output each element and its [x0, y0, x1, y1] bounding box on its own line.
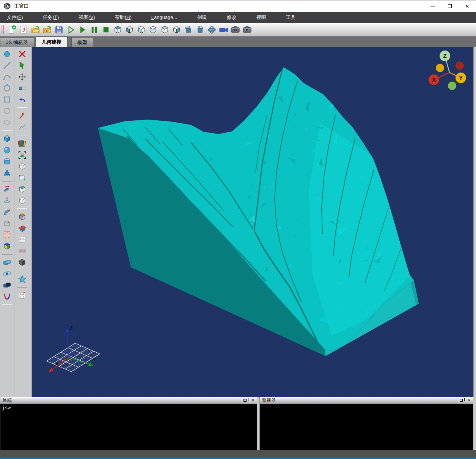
undo-icon[interactable] [16, 94, 28, 105]
sphere-icon[interactable] [2, 145, 13, 155]
stop-icon[interactable] [100, 24, 112, 35]
box-icon[interactable] [2, 133, 13, 144]
project-window-icon[interactable] [16, 234, 28, 245]
line-icon[interactable] [2, 60, 13, 71]
loft-icon[interactable] [2, 218, 13, 229]
orbit-icon[interactable] [206, 24, 218, 35]
terminal-close-button[interactable]: ✕ [249, 397, 257, 404]
close-button[interactable]: ✕ [459, 0, 476, 12]
monitor-float-button[interactable] [457, 397, 465, 404]
save-icon[interactable] [53, 24, 65, 35]
delete-icon[interactable] [16, 49, 28, 59]
svg-text:X: X [432, 76, 436, 83]
view-front-icon[interactable] [124, 24, 135, 35]
white-cube-icon[interactable] [16, 195, 28, 206]
mesh-cube-icon[interactable] [16, 257, 28, 268]
hatch-icon[interactable] [2, 229, 13, 240]
circle-icon[interactable] [2, 106, 13, 116]
ellipse-icon[interactable] [2, 117, 13, 128]
menu-item-5[interactable]: 创建 [192, 12, 212, 23]
js-file-icon[interactable]: J [18, 24, 30, 35]
tab-1[interactable]: 几何建模 [36, 36, 68, 47]
cone-icon[interactable] [2, 167, 13, 178]
sidebar-column-edit [15, 49, 29, 397]
revolve-icon[interactable] [2, 184, 13, 194]
view-right-icon[interactable] [171, 24, 182, 35]
menu-item-2[interactable]: 视图(V) [73, 12, 100, 23]
view-top-icon[interactable] [112, 24, 124, 35]
screenshot-icon[interactable] [229, 24, 241, 35]
point-icon[interactable] [2, 49, 13, 59]
title-bar: 主窗口 ✕ [0, 0, 476, 12]
materials-icon[interactable] [16, 138, 28, 149]
spring-icon[interactable] [2, 291, 13, 302]
viewport-3d[interactable]: ZXYZXY [32, 47, 473, 397]
view-back-icon[interactable] [159, 24, 171, 35]
color-box-icon[interactable] [2, 241, 13, 251]
polyline-icon[interactable] [16, 122, 28, 132]
polygon-icon[interactable] [2, 83, 13, 93]
fit-view-icon[interactable] [16, 150, 28, 160]
sidebar-separator [17, 107, 27, 108]
menu-item-8[interactable]: 工具 [280, 12, 301, 23]
float-icon [243, 399, 247, 402]
toolbar-grip-handle[interactable] [2, 25, 4, 34]
menu-item-7[interactable]: 视图 [251, 12, 271, 23]
play-outline-icon[interactable] [65, 24, 77, 35]
screenshot-alt-icon[interactable] [241, 24, 253, 35]
menu-item-3[interactable]: 帮助(H) [110, 12, 137, 23]
view-bottom-icon[interactable] [147, 24, 159, 35]
menu-item-6[interactable]: 修改 [221, 12, 242, 23]
cylinder-icon[interactable] [2, 156, 13, 167]
block-icon[interactable] [16, 211, 28, 222]
svg-text:Y: Y [93, 357, 96, 363]
sidebar-separator [2, 181, 13, 181]
terminal-console[interactable]: js> [0, 404, 257, 450]
svg-text:Js: Js [45, 30, 49, 33]
align-icon[interactable] [16, 83, 28, 93]
svg-text:Z: Z [443, 52, 446, 59]
section-icon[interactable] [16, 223, 28, 233]
new-file-icon[interactable] [6, 24, 18, 35]
tab-0[interactable]: JS 编辑器 [0, 37, 34, 47]
rotate-right-icon[interactable] [194, 24, 206, 35]
flip-normal-icon[interactable] [16, 110, 28, 121]
top-face-cube-icon[interactable] [16, 184, 28, 194]
sweep-icon[interactable] [2, 207, 13, 217]
menu-item-0[interactable]: 文件(F) [2, 12, 28, 23]
view-left-icon[interactable] [135, 24, 147, 35]
mesh-plane-icon[interactable] [16, 246, 28, 256]
face-dots-icon[interactable] [16, 172, 28, 183]
move-icon[interactable] [16, 71, 28, 82]
rectangle-icon[interactable] [2, 94, 13, 105]
sidebar-separator [17, 287, 27, 288]
star-icon[interactable] [16, 274, 28, 284]
union-icon[interactable] [2, 257, 13, 268]
menubar: 文件(F)任务(T)视图(V)帮助(H)Language...创建修改视图工具 [0, 12, 476, 23]
maximize-button[interactable] [441, 0, 459, 12]
intersect-icon[interactable] [2, 268, 13, 279]
arc-icon[interactable] [2, 71, 13, 82]
terminal-header[interactable]: 终端 ✕ [0, 397, 257, 404]
tool-sidebar [0, 47, 32, 397]
select-icon[interactable] [16, 60, 28, 71]
open-js-folder-icon[interactable]: Js [41, 24, 53, 35]
tab-2[interactable]: 模型 [71, 37, 93, 47]
rotate-left-icon[interactable] [182, 24, 194, 35]
shell-cube-icon[interactable] [16, 161, 28, 172]
monitor-header[interactable]: 监视器 ✕ [260, 397, 473, 404]
record-video-icon[interactable] [218, 24, 229, 35]
extrude-icon[interactable] [2, 195, 13, 206]
menu-item-4[interactable]: Language... [146, 12, 183, 23]
sidebar-separator [2, 304, 13, 305]
pause-icon[interactable] [88, 24, 100, 35]
subtract-icon[interactable] [2, 280, 13, 290]
menu-item-1[interactable]: 任务(T) [38, 12, 64, 23]
viewport-canvas[interactable]: ZXYZXY [32, 47, 473, 397]
terminal-float-button[interactable] [241, 397, 249, 404]
monitor-close-button[interactable]: ✕ [465, 397, 473, 404]
open-folder-icon[interactable] [30, 24, 41, 35]
minimize-button[interactable] [424, 0, 441, 12]
play-icon[interactable] [77, 24, 88, 35]
export-icon[interactable] [16, 290, 28, 301]
